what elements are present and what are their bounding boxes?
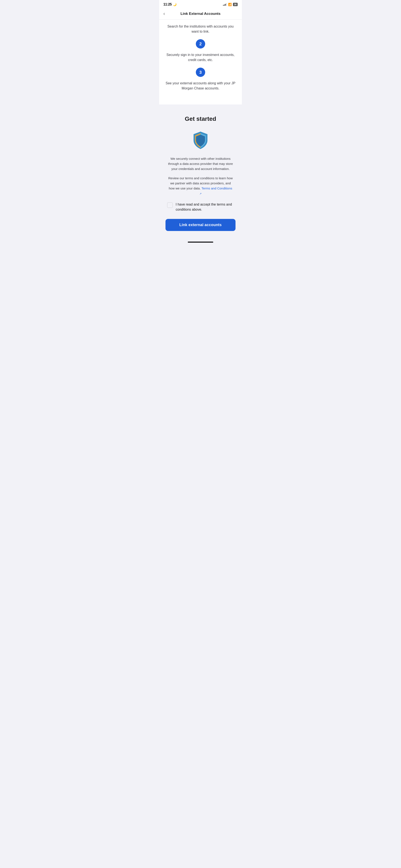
terms-checkbox-label: I have read and accept the terms and con… [176,202,234,212]
page-title: Link External Accounts [170,12,231,16]
terms-description: Review our terms and conditions to learn… [166,176,235,196]
get-started-title: Get started [166,116,235,122]
step-2-description: Securely sign in to your investment acco… [166,52,235,63]
step-3-description: See your external accounts along with yo… [166,81,235,91]
step1-description: Search for the institutions with account… [166,24,235,34]
signal-icon [223,3,227,6]
get-started-section: Get started We securely connect with oth… [159,107,242,240]
home-bar [188,242,213,243]
security-description: We securely connect with other instituti… [166,156,235,172]
status-bar: 11:25 🌙 📶 36 [159,0,242,8]
link-external-accounts-button[interactable]: Link external accounts [166,219,235,231]
back-button[interactable]: ‹ [163,11,170,17]
terms-link[interactable]: Terms and Conditions [199,186,232,195]
step-3-block: 3 See your external accounts along with … [166,68,235,91]
shield-icon [191,131,210,150]
status-icons: 📶 36 [223,3,238,6]
status-time: 11:25 [163,3,172,6]
battery-icon: 36 [233,3,238,6]
terms-checkbox-row: I have read and accept the terms and con… [166,202,235,212]
shield-icon-container [166,131,235,150]
home-indicator [159,240,242,244]
wifi-icon: 📶 [228,3,232,6]
step-2-block: 2 Securely sign in to your investment ac… [166,39,235,63]
section-divider [159,104,242,107]
moon-icon: 🌙 [173,3,176,6]
step-3-circle: 3 [196,68,205,77]
nav-bar: ‹ Link External Accounts [159,8,242,20]
step-2-circle: 2 [196,39,205,49]
terms-checkbox[interactable] [167,203,173,208]
steps-card: Search for the institutions with account… [159,20,242,104]
